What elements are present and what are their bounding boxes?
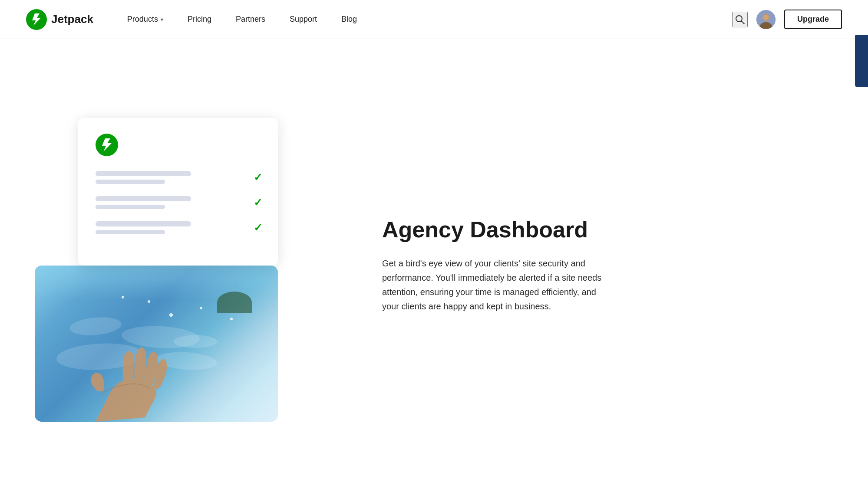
- line-short-1: [96, 180, 165, 184]
- section-description: Get a bird's eye view of your clients' s…: [382, 256, 608, 314]
- line-long-2: [96, 196, 191, 201]
- water-background: [35, 266, 278, 422]
- hand-svg-icon: [61, 309, 208, 422]
- right-edge-decoration: [855, 35, 868, 87]
- user-avatar[interactable]: [756, 10, 776, 29]
- section-title: Agency Dashboard: [382, 217, 608, 242]
- svg-line-2: [741, 21, 744, 24]
- dashboard-card: ✓ ✓ ✓: [78, 118, 278, 266]
- checkmark-icon-1: ✓: [254, 171, 262, 184]
- line-short-2: [96, 205, 165, 209]
- line-long-3: [96, 221, 191, 226]
- checkmark-icon-2: ✓: [254, 197, 262, 209]
- main-content: ✓ ✓ ✓: [0, 39, 868, 492]
- illustration-area: ✓ ✓ ✓: [35, 109, 330, 422]
- logo-text: Jetpack: [51, 13, 93, 26]
- pricing-label: Pricing: [188, 15, 211, 24]
- sparkle-5: [230, 318, 233, 320]
- nav-products[interactable]: Products ▾: [115, 10, 175, 28]
- checklist-row: ✓: [96, 171, 262, 184]
- line-long-1: [96, 171, 191, 176]
- line-short-3: [96, 230, 165, 234]
- nav-pricing[interactable]: Pricing: [175, 10, 224, 28]
- hand-illustration: [61, 309, 208, 422]
- svg-point-6: [763, 15, 769, 20]
- blog-label: Blog: [341, 15, 357, 24]
- checklist-row: ✓: [96, 221, 262, 234]
- products-label: Products: [127, 15, 158, 24]
- checklist-rows: ✓ ✓ ✓: [96, 171, 262, 234]
- support-label: Support: [290, 15, 317, 24]
- checkmark-icon-3: ✓: [254, 222, 262, 234]
- sparkle-1: [148, 300, 150, 303]
- jetpack-logo-icon: [26, 9, 47, 30]
- upgrade-button[interactable]: Upgrade: [784, 10, 842, 29]
- nav-partners[interactable]: Partners: [224, 10, 277, 28]
- partners-label: Partners: [236, 15, 265, 24]
- row-lines-2: [96, 196, 245, 209]
- nav-support[interactable]: Support: [277, 10, 329, 28]
- logo-link[interactable]: Jetpack: [26, 9, 93, 30]
- checklist-row: ✓: [96, 196, 262, 209]
- nav-links: Products ▾ Pricing Partners Support Blog: [115, 10, 732, 28]
- text-area: Agency Dashboard Get a bird's eye view o…: [365, 217, 608, 313]
- jetpack-logo-card-icon: [96, 134, 118, 156]
- hero-photo: [35, 266, 278, 422]
- navbar: Jetpack Products ▾ Pricing Partners Supp…: [0, 0, 868, 39]
- search-icon: [735, 15, 745, 24]
- nav-right: Upgrade: [732, 10, 842, 29]
- row-lines-3: [96, 221, 245, 234]
- products-chevron-icon: ▾: [161, 16, 163, 23]
- search-button[interactable]: [732, 12, 748, 27]
- avatar-icon: [756, 10, 776, 29]
- nav-blog[interactable]: Blog: [329, 10, 369, 28]
- island-silhouette: [217, 292, 252, 313]
- row-lines-1: [96, 171, 245, 184]
